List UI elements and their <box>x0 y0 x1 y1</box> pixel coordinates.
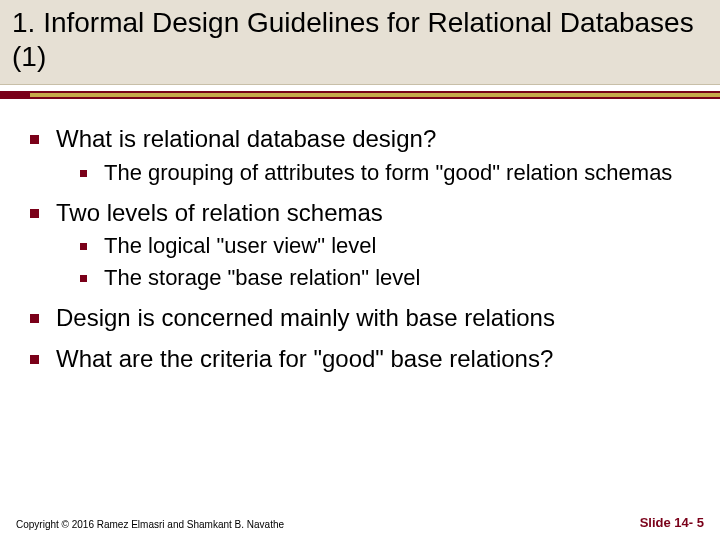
bullet-text: The storage "base relation" level <box>104 265 420 290</box>
copyright-text: Copyright © 2016 Ramez Elmasri and Shamk… <box>16 519 284 530</box>
bullet-text: The logical "user view" level <box>104 233 376 258</box>
divider <box>0 85 720 103</box>
list-item: Two levels of relation schemas The logic… <box>24 197 696 293</box>
list-item: The storage "base relation" level <box>76 264 696 292</box>
slide: 1. Informal Design Guidelines for Relati… <box>0 0 720 540</box>
title-block: 1. Informal Design Guidelines for Relati… <box>0 0 720 85</box>
divider-bar-inner <box>30 93 720 97</box>
footer: Copyright © 2016 Ramez Elmasri and Shamk… <box>0 515 720 530</box>
bullet-text: What is relational database design? <box>56 125 436 152</box>
list-item: The grouping of attributes to form "good… <box>76 159 696 187</box>
list-item: The logical "user view" level <box>76 232 696 260</box>
slide-title: 1. Informal Design Guidelines for Relati… <box>12 6 708 74</box>
slide-number: Slide 14- 5 <box>640 515 704 530</box>
sub-bullet-list: The grouping of attributes to form "good… <box>56 159 696 187</box>
slide-body: What is relational database design? The … <box>0 103 720 374</box>
bullet-list: What is relational database design? The … <box>24 123 696 374</box>
list-item: Design is concerned mainly with base rel… <box>24 302 696 333</box>
bullet-text: The grouping of attributes to form "good… <box>104 160 672 185</box>
list-item: What is relational database design? The … <box>24 123 696 186</box>
sub-bullet-list: The logical "user view" level The storag… <box>56 232 696 292</box>
bullet-text: What are the criteria for "good" base re… <box>56 345 553 372</box>
bullet-text: Design is concerned mainly with base rel… <box>56 304 555 331</box>
bullet-text: Two levels of relation schemas <box>56 199 383 226</box>
list-item: What are the criteria for "good" base re… <box>24 343 696 374</box>
